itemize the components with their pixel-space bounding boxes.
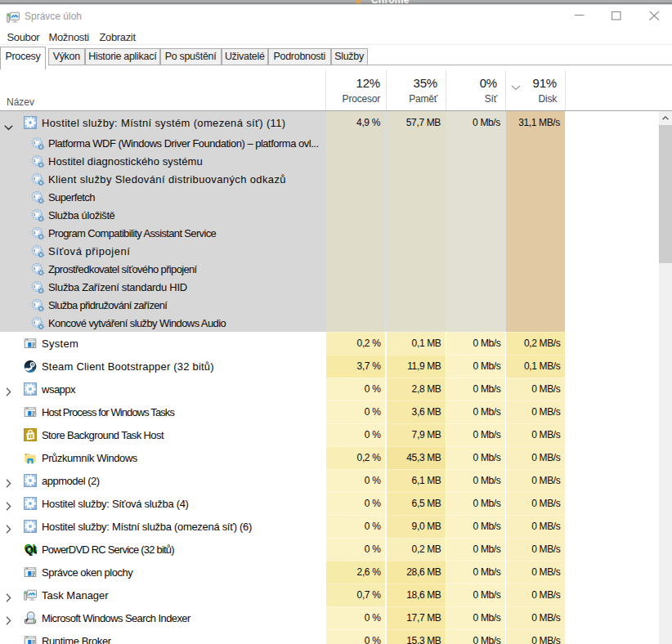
- svg-text:QL: QL: [25, 543, 37, 556]
